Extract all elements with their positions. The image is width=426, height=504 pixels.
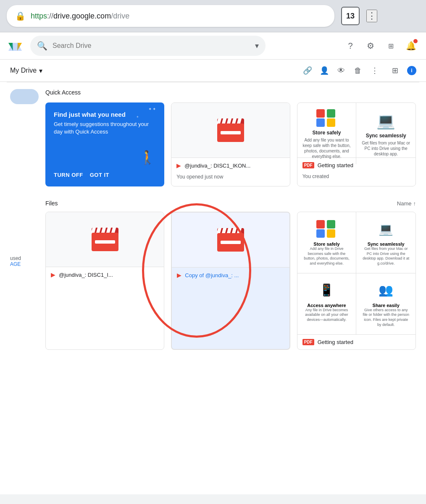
promo-card[interactable]: ✦ ✦ ✦ Find just what you need Get timely… [45, 102, 164, 186]
preview-button[interactable]: 👁 [334, 63, 349, 78]
gs-file-meta: You created [297, 173, 415, 183]
search-dropdown-icon[interactable]: ▾ [255, 41, 259, 50]
gs-l-access-desc: Any file in Drive becomes available on a… [302, 308, 351, 323]
storage-used-label: used AGE [10, 255, 39, 267]
sidebar-placeholder [10, 89, 39, 104]
turn-off-button[interactable]: TURN OFF [54, 172, 83, 178]
file-item-3-type-icon: PDF [302, 339, 314, 345]
file-item-2-type-icon: ▶ [177, 272, 181, 278]
help-button[interactable]: ? [342, 37, 359, 54]
lock-icon: 🔒 [15, 11, 26, 21]
more-icon: ⋮ [371, 66, 379, 75]
sort-icon: ↑ [413, 200, 416, 207]
gs-l-store-title: Store safely [302, 242, 351, 247]
quick-access-getting-started[interactable]: Store safely Add any file you want to ke… [297, 102, 416, 186]
promo-description: Get timely suggestions throughout your d… [54, 121, 156, 136]
gs-store-title: Store safely [312, 130, 341, 136]
notifications-button[interactable]: 🔔 [402, 37, 419, 54]
share-button[interactable]: 👤 [317, 63, 332, 78]
address-bar[interactable]: 🔒 https://drive.google.com/drive [7, 5, 334, 27]
file-item-1-preview [46, 212, 164, 267]
pdf-icon: PDF [302, 162, 314, 168]
promo-title: Find just what you need [54, 111, 156, 118]
sort-button[interactable]: Name ↑ [397, 200, 416, 207]
search-icon: 🔍 [37, 41, 47, 51]
drive-logo [7, 40, 24, 52]
calendar-number: 13 [346, 12, 355, 21]
url-text: https://drive.google.com/drive [31, 12, 326, 21]
file-item-1-info: ▶ @jundiva_: DISC1_I... [46, 267, 164, 282]
file-item-2[interactable]: ▶ Copy of @jundiva_: ... [171, 212, 290, 350]
sort-label: Name [397, 200, 412, 207]
clapper-icon-2 [92, 228, 118, 251]
gs-l-access-title: Access anywhere [302, 303, 351, 308]
clapper-icon [217, 118, 244, 142]
quick-access-title: Quick Access [45, 89, 416, 96]
search-input[interactable] [53, 42, 250, 50]
gs-store-icon [313, 108, 340, 128]
gs-l-store-desc: Add any file in Drive becomes safe with … [302, 247, 351, 266]
promo-figure: 🚶 [139, 150, 156, 165]
gs-panel-store: Store safely Add any file you want to ke… [297, 103, 357, 164]
settings-icon: ⚙ [367, 41, 374, 51]
apps-button[interactable]: ⊞ [382, 37, 399, 54]
gs-large-access: 📱 Access anywhere Any file in Drive beco… [297, 273, 357, 334]
gs-l-sync-title: Sync seamlessly [361, 242, 410, 247]
got-it-button[interactable]: GOT IT [90, 172, 109, 178]
gs-sync-icon: 💻 [373, 111, 400, 131]
my-drive-button[interactable]: My Drive ▾ [7, 65, 46, 76]
header: 🔍 ▾ ? ⚙ ⊞ 🔔 [0, 32, 426, 60]
storage-upgrade-link[interactable]: AGE [10, 261, 39, 267]
file-item-1-name: @jundiva_: DISC1_I... [59, 272, 159, 278]
search-bar[interactable]: 🔍 ▾ [30, 36, 266, 56]
gs-store-desc: Add any file you want to keep safe with … [302, 137, 351, 159]
file-item-3-name: Getting started [318, 339, 410, 345]
notification-badge [413, 39, 418, 43]
gs-large-share: 👥 Share easily Give others access to any… [356, 273, 415, 334]
file-1-type-icon: ▶ [176, 162, 181, 169]
gs-large-sync: 💻 Sync seamlessly Get files from your Ma… [356, 212, 415, 273]
file-1-name: @jundiva_: DISC1_IKON... [184, 163, 284, 169]
more-options-button[interactable]: ⋮ [367, 63, 382, 78]
files-grid: ▶ @jundiva_: DISC1_I... [45, 212, 416, 350]
gs-panel-sync: 💻 Sync seamlessly Get files from your Ma… [356, 103, 415, 164]
gs-l-share-title: Share easily [361, 303, 410, 308]
gs-file-name: Getting started [318, 162, 410, 168]
header-icons: ? ⚙ ⊞ 🔔 [342, 37, 419, 54]
browser-menu-button[interactable]: ⋮ [366, 10, 377, 22]
file-item-1-type-icon: ▶ [51, 271, 55, 278]
info-icon: i [407, 66, 416, 75]
files-header: Files Name ↑ [45, 200, 416, 207]
browser-chrome: 🔒 https://drive.google.com/drive 13 ⋮ [0, 0, 426, 32]
get-link-button[interactable]: 🔗 [300, 63, 315, 78]
gs-l-sync-desc: Get files from your Mac or PC into Drive… [361, 247, 410, 266]
eye-icon: 👁 [337, 66, 345, 75]
files-title: Files [45, 200, 58, 207]
quick-access-file-1[interactable]: ▶ @jundiva_: DISC1_IKON... You opened ju… [171, 102, 290, 186]
grid-view-button[interactable]: ⊞ [387, 63, 402, 78]
file-1-meta: You opened just now [171, 173, 289, 183]
trash-icon: 🗑 [354, 66, 362, 75]
gs-sync-desc: Get files from your Mac or PC into Drive… [361, 140, 410, 157]
info-button[interactable]: i [404, 63, 419, 78]
file-1-preview [171, 103, 289, 158]
sidebar: used AGE [10, 89, 39, 350]
grid-icon: ⊞ [392, 66, 398, 75]
help-icon: ? [348, 41, 352, 51]
file-item-2-info: ▶ Copy of @jundiva_: ... [172, 267, 289, 283]
file-item-2-name: Copy of @jundiva_: ... [185, 272, 284, 278]
file-item-3-preview: Store safely Add any file in Drive becom… [297, 212, 415, 334]
settings-button[interactable]: ⚙ [362, 37, 379, 54]
file-item-3[interactable]: Store safely Add any file in Drive becom… [297, 212, 416, 350]
delete-button[interactable]: 🗑 [350, 63, 366, 78]
file-item-3-info: PDF Getting started [297, 334, 415, 349]
clapper-icon-3 [217, 228, 244, 252]
content-area: used AGE Quick Access ✦ ✦ ✦ Find just wh… [0, 82, 426, 357]
quick-access-grid: ✦ ✦ ✦ Find just what you need Get timely… [45, 102, 416, 186]
gs-sync-title: Sync seamlessly [366, 133, 406, 139]
toolbar: My Drive ▾ 🔗 👤 👁 🗑 ⋮ ⊞ i [0, 60, 426, 82]
gs-large-store: Store safely Add any file in Drive becom… [297, 212, 357, 273]
promo-actions: TURN OFF GOT IT [54, 172, 156, 178]
file-item-1[interactable]: ▶ @jundiva_: DISC1_I... [45, 212, 164, 350]
calendar-badge[interactable]: 13 [341, 7, 360, 25]
